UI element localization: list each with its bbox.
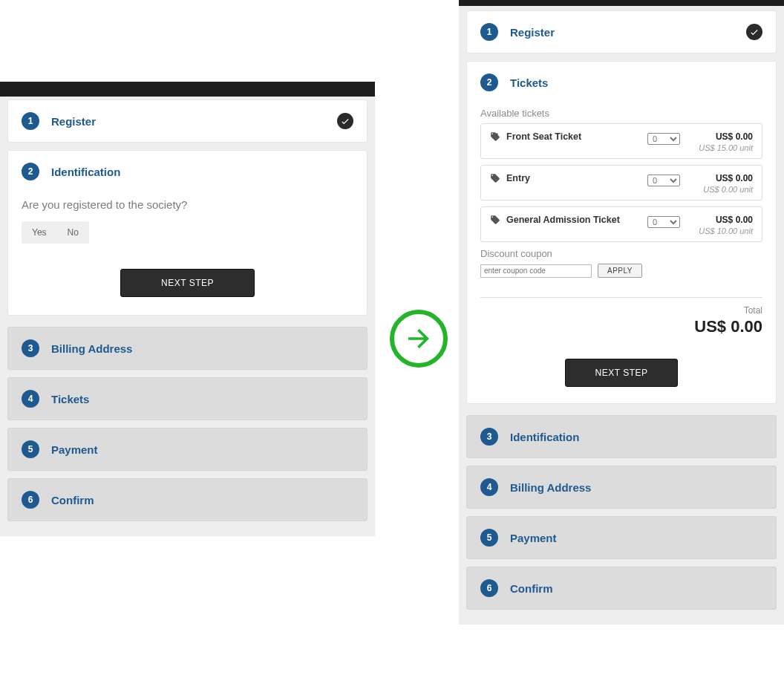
- yes-no-toggle: Yes No: [22, 221, 89, 244]
- step-number-badge: 5: [22, 440, 39, 458]
- step-title: Identification: [510, 431, 579, 443]
- step-title: Identification: [51, 166, 120, 178]
- step-title: Confirm: [51, 494, 94, 506]
- question-text: Are you registered to the society?: [22, 198, 353, 211]
- step-number-badge: 5: [480, 529, 498, 547]
- checkmark-icon: [746, 24, 762, 40]
- step-number-badge: 6: [22, 491, 39, 509]
- discount-coupon-label: Discount coupon: [480, 248, 762, 259]
- step-number-badge: 2: [480, 74, 498, 91]
- ticket-row-front-seat: Front Seat Ticket 0 US$ 0.00 US$ 15.00 u…: [480, 123, 762, 159]
- next-step-button[interactable]: NEXT STEP: [120, 269, 255, 297]
- ticket-unit-price: US$ 0.00 unit: [693, 185, 753, 194]
- step-title: Register: [510, 26, 555, 39]
- window-topbar: [0, 82, 375, 97]
- step-identification: 2 Identification Are you registered to t…: [7, 150, 368, 316]
- step-payment[interactable]: 5 Payment: [466, 516, 777, 559]
- step-tickets: 2 Tickets Available tickets Front Seat T…: [466, 61, 777, 404]
- step-title: Payment: [51, 443, 98, 456]
- step-title: Billing Address: [510, 481, 591, 494]
- available-tickets-label: Available tickets: [480, 108, 762, 119]
- ticket-icon: [490, 173, 500, 183]
- step-register: 1 Register: [466, 10, 777, 53]
- checkmark-icon: [337, 113, 353, 129]
- step-title: Register: [51, 115, 96, 128]
- step-number-badge: 3: [480, 428, 498, 446]
- ticket-name: Entry: [506, 173, 530, 183]
- ticket-row-entry: Entry 0 US$ 0.00 US$ 0.00 unit: [480, 165, 762, 201]
- step-title: Tickets: [51, 393, 89, 405]
- step-confirm[interactable]: 6 Confirm: [7, 478, 368, 521]
- ticket-unit-price: US$ 10.00 unit: [693, 226, 753, 235]
- step-number-badge: 4: [480, 478, 498, 496]
- step-title: Payment: [510, 532, 557, 544]
- total-label: Total: [480, 305, 762, 316]
- ticket-name: General Admission Ticket: [506, 215, 620, 225]
- step-number-badge: 6: [480, 579, 498, 597]
- ticket-price: US$ 0.00: [693, 131, 753, 142]
- transition-arrow-icon: [390, 310, 449, 369]
- ticket-unit-price: US$ 15.00 unit: [693, 143, 753, 152]
- right-flow-panel: 1 Register 2 Tickets Available tickets F…: [459, 0, 784, 625]
- window-topbar: [459, 0, 784, 6]
- quantity-select[interactable]: 0: [647, 175, 680, 186]
- quantity-select[interactable]: 0: [647, 133, 680, 145]
- step-number-badge: 1: [22, 112, 39, 130]
- yes-button[interactable]: Yes: [22, 221, 57, 244]
- apply-button[interactable]: APPLY: [598, 264, 642, 278]
- step-number-badge: 4: [22, 390, 39, 408]
- step-number-badge: 3: [22, 339, 39, 357]
- ticket-price: US$ 0.00: [693, 215, 753, 225]
- total-amount: US$ 0.00: [480, 317, 762, 336]
- step-confirm[interactable]: 6 Confirm: [466, 567, 777, 610]
- coupon-code-input[interactable]: [480, 264, 592, 278]
- step-payment[interactable]: 5 Payment: [7, 428, 368, 471]
- step-billing-address[interactable]: 3 Billing Address: [7, 327, 368, 370]
- step-identification[interactable]: 3 Identification: [466, 415, 777, 458]
- step-title: Tickets: [510, 76, 548, 89]
- step-title: Billing Address: [51, 342, 132, 355]
- step-title: Confirm: [510, 582, 553, 595]
- ticket-name: Front Seat Ticket: [506, 131, 581, 142]
- divider: [480, 297, 762, 298]
- ticket-icon: [490, 131, 500, 142]
- step-number-badge: 2: [22, 163, 39, 180]
- no-button[interactable]: No: [57, 221, 89, 244]
- left-flow-panel: 1 Register 2 Identification Are you regi…: [0, 82, 375, 536]
- quantity-select[interactable]: 0: [647, 216, 680, 228]
- step-billing-address[interactable]: 4 Billing Address: [466, 466, 777, 509]
- step-number-badge: 1: [480, 23, 498, 41]
- step-register: 1 Register: [7, 100, 368, 143]
- step-tickets[interactable]: 4 Tickets: [7, 377, 368, 420]
- ticket-row-general-admission: General Admission Ticket 0 US$ 0.00 US$ …: [480, 206, 762, 242]
- next-step-button[interactable]: NEXT STEP: [565, 359, 679, 387]
- ticket-icon: [490, 215, 500, 225]
- ticket-price: US$ 0.00: [693, 173, 753, 183]
